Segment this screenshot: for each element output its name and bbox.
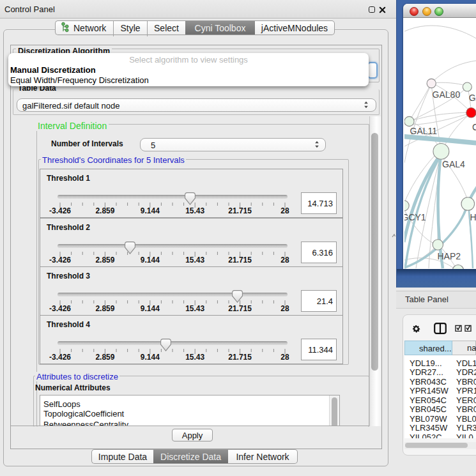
svg-text:H: H: [470, 212, 476, 222]
svg-text:GAL11: GAL11: [410, 126, 438, 136]
svg-text:GA: GA: [469, 93, 476, 103]
svg-text:C: C: [472, 122, 476, 132]
svg-text:GAL4: GAL4: [442, 159, 465, 169]
svg-text:HAP2: HAP2: [438, 251, 461, 261]
svg-text:GAL80: GAL80: [433, 89, 461, 100]
svg-text:GCY1: GCY1: [404, 212, 426, 222]
